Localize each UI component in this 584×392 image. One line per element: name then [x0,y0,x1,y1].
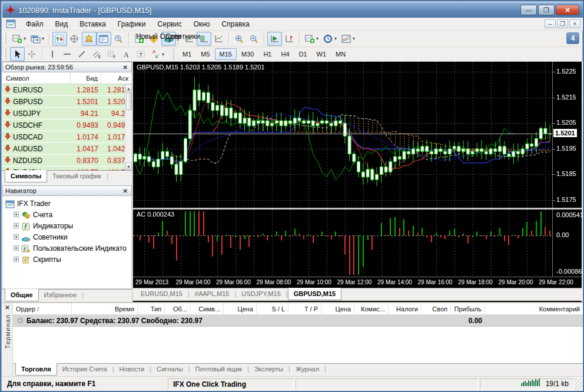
toolbar-grip[interactable] [5,34,8,44]
toolbar-grip3[interactable] [173,49,176,59]
ac-indicator-pane[interactable]: AC 0.000243 0.0005410.00-0.00086 [133,210,582,277]
menu-item-3[interactable]: Графики [112,18,152,30]
maximize-button[interactable]: ❐ [538,5,555,15]
mail-badge[interactable]: 4 [566,32,579,44]
scroll-thumb[interactable] [126,92,132,110]
crosshair-button[interactable] [25,47,39,61]
navigator-item-1[interactable]: fИндикаторы [5,220,131,231]
line-chart-button[interactable] [211,32,226,46]
menu-item-0[interactable]: Файл [20,18,49,30]
timeframe-m5[interactable]: M5 [196,48,214,60]
terminal-column-5[interactable]: Цена [224,303,257,314]
periods-button[interactable]: ▾ [321,32,339,46]
terminal-tab-2[interactable]: Новости [114,364,150,375]
expand-icon[interactable] [14,212,19,217]
scroll-up-icon[interactable]: ▲ [125,84,132,92]
terminal-close-icon[interactable]: ✕ [5,303,9,314]
templates-button[interactable]: ▾ [339,32,357,46]
terminal-column-2[interactable]: Тип [138,303,165,314]
menu-item-6[interactable]: Справка [216,18,256,30]
toolbar-grip2[interactable] [5,49,8,59]
chart-tab-0[interactable]: EURUSD,M15 [135,288,188,300]
menu-item-2[interactable]: Вставка [74,18,112,30]
terminal-column-4[interactable]: Симв... [191,303,224,314]
minimize-button[interactable]: — [520,5,537,15]
navigator-close-icon[interactable]: ✕ [122,188,129,194]
terminal-column-8[interactable]: Цена [321,303,354,314]
trendline-button[interactable] [75,47,89,61]
mdi-close-button[interactable]: × [569,19,580,28]
terminal-tab-1[interactable]: История Счета [57,364,112,375]
vertical-line-button[interactable] [45,47,60,61]
timeframe-w1[interactable]: W1 [312,48,331,60]
auto-scroll-button[interactable] [267,32,282,46]
navigator-item-2[interactable]: Советники [5,231,131,242]
expand-icon[interactable] [14,223,19,228]
navigator-item-3[interactable]: fПользовательские Индикато [5,242,131,254]
navigator-item-4[interactable]: Скрипты [5,254,131,265]
status-one-click[interactable]: IFX One Click Trading [168,378,294,390]
menu-item-5[interactable]: Окно [188,18,216,30]
terminal-column-13[interactable]: Комментарий [485,303,583,314]
mdi-restore-button[interactable]: ❐ [557,19,568,28]
market-watch-row-eurusd[interactable]: EURUSD1.28151.2818 [2,84,132,96]
ac-indicator-canvas[interactable] [133,210,552,277]
price-chart-canvas[interactable] [133,62,552,208]
terminal-column-7[interactable]: T / P [288,303,321,314]
market-watch-close-icon[interactable]: ✕ [122,64,129,71]
terminal-column-3[interactable]: Об... [165,303,191,314]
chart-shift-button[interactable] [282,32,297,46]
timeframe-mn[interactable]: MN [331,48,350,60]
market-watch-button[interactable] [52,32,67,46]
indicators-button[interactable]: ▾ [303,32,321,46]
terminal-tab-3[interactable]: Сигналы [151,364,188,375]
equidistant-channel-button[interactable]: E [89,47,104,61]
column-symbol[interactable]: Символ [2,72,71,84]
expand-icon[interactable] [14,257,19,262]
navigator-tab-1[interactable]: Избранное [39,290,82,301]
market-watch-row-nzdusd[interactable]: NZDUSD0.83700.8373 [2,155,132,167]
new-chart-button[interactable]: ▾ [10,32,28,46]
zoom-out-button[interactable] [247,32,261,46]
mdi-minimize-button[interactable]: – [545,19,556,28]
navigator-item-0[interactable]: $Счета [5,209,131,220]
terminal-column-12[interactable]: Прибыль [451,303,485,314]
market-watch-row-usdjpy[interactable]: USDJPY94.2194.24 [2,108,132,119]
chart-tab-1[interactable]: #AAPL,M15 [190,288,235,300]
strategy-tester-button[interactable] [111,32,126,46]
column-ask[interactable]: Аск [101,72,132,84]
resize-grip[interactable] [575,378,583,390]
main-chart[interactable]: GBPUSD,M15 1.5203 1.5205 1.5189 1.5201 1… [133,62,582,208]
timeframe-h1[interactable]: H1 [258,48,276,60]
fibonacci-button[interactable]: F [104,47,119,61]
navigator-root[interactable]: IFX Trader [5,198,131,209]
profiles-button[interactable]: ▾ [28,32,47,46]
timeframe-m30[interactable]: M30 [237,48,258,60]
terminal-tab-6[interactable]: Журнал [290,364,324,375]
scroll-down-icon[interactable]: ▼ [125,162,132,170]
chart-tab-2[interactable]: USDJPY,M15 [236,288,286,300]
market-watch-row-usdchf[interactable]: USDCHF0.94930.9496 [2,119,132,131]
market-watch-tab-0[interactable]: Символы [5,170,47,182]
terminal-tab-4[interactable]: Почтовый ящик [190,364,247,375]
terminal-column-11[interactable]: Своп [422,303,451,314]
navigator-button[interactable] [82,32,97,46]
market-watch-row-audusd[interactable]: AUDUSD1.04171.0420 [2,143,132,155]
terminal-column-6[interactable]: S / L [257,303,288,314]
expand-icon[interactable] [14,245,19,251]
terminal-tab-0[interactable]: Торговля [15,363,57,376]
market-watch-row-eurjpy[interactable]: EURJPY120.75120.78 [2,167,132,170]
timeframe-d1[interactable]: D1 [294,48,312,60]
zoom-in-button[interactable] [232,32,247,46]
cursor-button[interactable] [10,47,25,61]
market-watch-tab-1[interactable]: Тиковый график [47,171,107,182]
timeframe-m1[interactable]: M1 [178,48,196,60]
navigator-tab-0[interactable]: Общие [5,289,39,301]
arrows-button[interactable]: ▾ [148,47,167,61]
text-label-button[interactable]: T [134,47,148,61]
menu-item-4[interactable]: Сервис [152,18,188,30]
timeframe-m15[interactable]: M15 [215,48,237,60]
timeframe-h4[interactable]: H4 [276,48,294,60]
market-watch-row-usdcad[interactable]: USDCAD1.01741.0177 [2,131,132,143]
terminal-column-9[interactable]: Комис... [354,303,389,314]
